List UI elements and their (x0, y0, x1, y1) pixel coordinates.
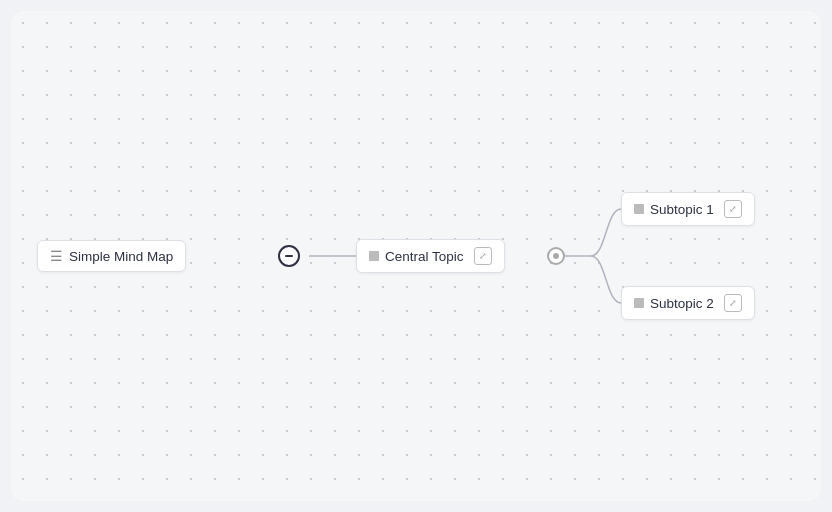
subtopic-2-node[interactable]: Subtopic 2 ⤢ (621, 286, 755, 320)
expand-arrows-icon-2[interactable]: ⤢ (724, 294, 742, 312)
subtopic-2-label: Subtopic 2 (650, 296, 714, 311)
expand-arrows-icon[interactable]: ⤢ (474, 247, 492, 265)
square-icon-2 (634, 298, 644, 308)
central-topic-node[interactable]: Central Topic ⤢ (356, 239, 505, 273)
square-icon (369, 251, 379, 261)
root-collapse-button[interactable] (278, 245, 300, 267)
square-icon-1 (634, 204, 644, 214)
mind-map-canvas: ☰ Simple Mind Map Central Topic ⤢ Subtop… (11, 11, 821, 501)
root-node-label: Simple Mind Map (69, 249, 173, 264)
central-expand-button[interactable] (547, 247, 565, 265)
expand-arrows-icon-1[interactable]: ⤢ (724, 200, 742, 218)
dot-inner (553, 253, 559, 259)
subtopic-1-node[interactable]: Subtopic 1 ⤢ (621, 192, 755, 226)
central-topic-label: Central Topic (385, 249, 464, 264)
subtopic-1-label: Subtopic 1 (650, 202, 714, 217)
root-node[interactable]: ☰ Simple Mind Map (37, 240, 186, 272)
list-icon: ☰ (50, 248, 63, 264)
minus-icon (285, 255, 293, 257)
